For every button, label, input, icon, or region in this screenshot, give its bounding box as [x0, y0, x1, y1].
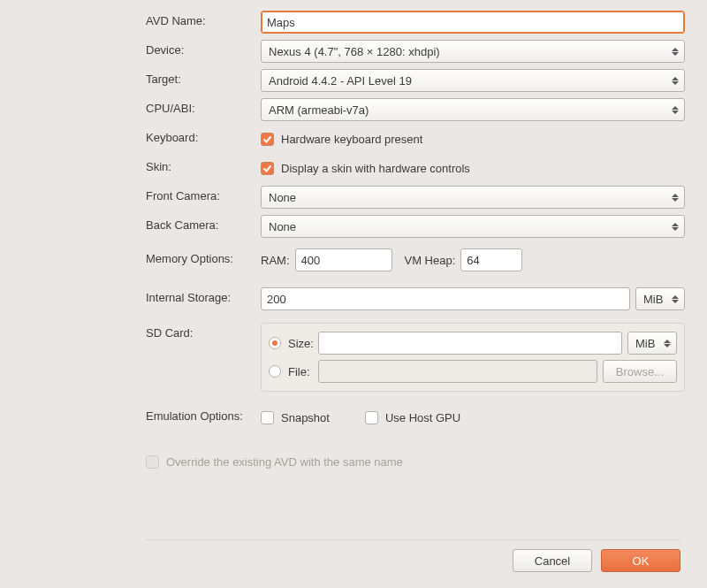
sd-size-input[interactable] — [318, 332, 622, 355]
label-keyboard: Keyboard: — [146, 127, 261, 144]
sd-file-input — [318, 360, 597, 383]
ram-label: RAM: — [261, 254, 290, 267]
avd-form: AVD Name: Device: Nexus 4 (4.7", 768 × 1… — [146, 11, 685, 435]
label-internal-storage: Internal Storage: — [146, 287, 261, 304]
sd-card-panel: Size: MiB File: Browse... — [261, 323, 685, 392]
back-camera-combo-value: None — [269, 220, 296, 233]
sd-file-radio[interactable] — [269, 365, 281, 378]
spinner-icon — [669, 187, 681, 208]
skin-checkbox[interactable] — [261, 162, 274, 175]
row-back-camera: Back Camera: None — [146, 215, 685, 238]
cpu-abi-combo-value: ARM (armeabi-v7a) — [269, 103, 369, 117]
label-device: Device: — [146, 40, 261, 57]
row-target: Target: Android 4.4.2 - API Level 19 — [146, 69, 685, 92]
override-check-label: Override the existing AVD with the same … — [166, 455, 403, 469]
row-sd-card: SD Card: Size: MiB File: Browse... — [146, 323, 685, 392]
row-cpu-abi: CPU/ABI: ARM (armeabi-v7a) — [146, 98, 685, 121]
back-camera-combo[interactable]: None — [261, 215, 685, 238]
internal-storage-unit[interactable]: MiB — [635, 287, 685, 310]
front-camera-combo-value: None — [269, 191, 296, 204]
override-checkbox — [146, 455, 159, 469]
snapshot-checkbox[interactable] — [261, 411, 274, 424]
internal-storage-input[interactable] — [261, 287, 630, 310]
label-avd-name: AVD Name: — [146, 11, 261, 27]
row-internal-storage: Internal Storage: MiB — [146, 287, 685, 310]
footer-separator — [146, 539, 680, 540]
spinner-icon — [669, 216, 681, 237]
row-keyboard: Keyboard: Hardware keyboard present — [146, 127, 685, 150]
row-override: Override the existing AVD with the same … — [146, 455, 403, 469]
use-host-gpu-checkbox[interactable] — [365, 411, 378, 424]
row-device: Device: Nexus 4 (4.7", 768 × 1280: xhdpi… — [146, 40, 685, 63]
row-avd-name: AVD Name: — [146, 11, 685, 34]
row-emulation-options: Emulation Options: Snapshot Use Host GPU — [146, 406, 685, 429]
sd-size-unit[interactable]: MiB — [627, 332, 677, 355]
footer: Cancel OK — [146, 549, 680, 572]
spinner-icon — [669, 41, 681, 62]
vmheap-label: VM Heap: — [405, 254, 456, 267]
target-combo-value: Android 4.4.2 - API Level 19 — [269, 74, 412, 88]
label-target: Target: — [146, 69, 261, 86]
spinner-icon — [661, 332, 673, 354]
sd-size-unit-value: MiB — [635, 337, 655, 350]
use-host-gpu-check-label: Use Host GPU — [385, 411, 460, 424]
row-skin: Skin: Display a skin with hardware contr… — [146, 157, 685, 179]
cpu-abi-combo[interactable]: ARM (armeabi-v7a) — [261, 98, 685, 121]
device-combo[interactable]: Nexus 4 (4.7", 768 × 1280: xhdpi) — [261, 40, 685, 63]
check-icon — [262, 134, 272, 144]
internal-storage-unit-value: MiB — [643, 293, 663, 306]
spinner-icon — [669, 99, 681, 120]
ram-input[interactable] — [295, 248, 392, 271]
skin-check-label: Display a skin with hardware controls — [281, 162, 470, 175]
front-camera-combo[interactable]: None — [261, 186, 685, 209]
keyboard-checkbox[interactable] — [261, 133, 274, 146]
spinner-icon — [669, 288, 681, 309]
spinner-icon — [669, 70, 681, 91]
check-icon — [262, 164, 272, 173]
label-cpu-abi: CPU/ABI: — [146, 98, 261, 115]
sd-file-label: File: — [288, 365, 318, 378]
device-combo-value: Nexus 4 (4.7", 768 × 1280: xhdpi) — [269, 45, 440, 58]
sd-size-label: Size: — [288, 337, 318, 350]
label-emulation-options: Emulation Options: — [146, 406, 261, 423]
avd-name-input[interactable] — [261, 11, 685, 34]
row-memory-options: Memory Options: RAM: VM Heap: — [146, 248, 685, 271]
keyboard-check-label: Hardware keyboard present — [281, 133, 422, 146]
target-combo[interactable]: Android 4.4.2 - API Level 19 — [261, 69, 685, 92]
row-front-camera: Front Camera: None — [146, 186, 685, 209]
snapshot-check-label: Snapshot — [281, 411, 330, 424]
cancel-button[interactable]: Cancel — [513, 549, 592, 572]
label-sd-card: SD Card: — [146, 323, 261, 340]
label-front-camera: Front Camera: — [146, 186, 261, 202]
label-skin: Skin: — [146, 157, 261, 173]
ok-button[interactable]: OK — [601, 549, 680, 572]
label-memory-options: Memory Options: — [146, 248, 261, 265]
sd-size-radio[interactable] — [269, 337, 281, 349]
browse-button: Browse... — [603, 360, 677, 383]
vmheap-input[interactable] — [460, 248, 522, 271]
label-back-camera: Back Camera: — [146, 215, 261, 232]
